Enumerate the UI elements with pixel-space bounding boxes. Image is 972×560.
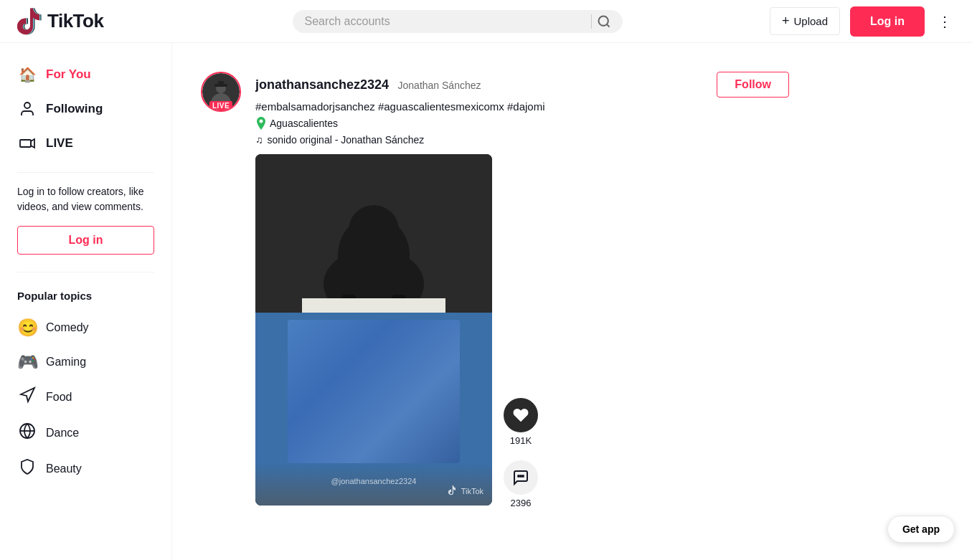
blue-towel [288, 320, 460, 463]
topic-beauty-label: Beauty [46, 462, 82, 475]
topics-divider [17, 272, 154, 272]
upload-label: Upload [793, 15, 828, 27]
video-displayname: Jonathan Sánchez [398, 80, 481, 91]
follow-button[interactable]: Follow [717, 72, 789, 98]
home-icon: 🏠 [17, 65, 37, 85]
topic-dance-label: Dance [46, 427, 79, 440]
video-handle-watermark: @jonathansanchez2324 [331, 477, 417, 485]
music-icon: ♫ [255, 134, 263, 146]
nav-divider [17, 172, 154, 173]
video-username[interactable]: jonathansanchez2324 [255, 77, 389, 92]
upload-button[interactable]: + Upload [770, 7, 840, 35]
video-meta-row: jonathansanchez2324 Jonathan Sánchez Fol… [255, 72, 789, 98]
author-avatar[interactable]: LIVE [201, 72, 241, 112]
animal-silhouette [302, 184, 445, 313]
watermark-tiktok-icon [447, 485, 458, 497]
search-input[interactable] [304, 15, 585, 28]
svg-line-1 [607, 24, 610, 27]
popular-topics-label: Popular topics [0, 284, 171, 308]
video-watermark: TikTok [447, 485, 483, 497]
search-bar [293, 10, 623, 33]
like-button[interactable]: 191K [504, 398, 538, 446]
location-text: Aguascalientes [270, 118, 338, 129]
get-app-button[interactable]: Get app [887, 516, 955, 537]
search-divider [591, 14, 592, 29]
topic-comedy[interactable]: 😊 Comedy [0, 310, 171, 345]
page-layout: 🏠 For You Following [0, 43, 972, 537]
header-actions: + Upload Log in ⋮ [770, 7, 955, 35]
like-icon-circle [504, 398, 538, 432]
svg-rect-10 [218, 81, 224, 85]
topic-beauty[interactable]: Beauty [0, 451, 171, 487]
watermark-text: TikTok [461, 487, 483, 495]
svg-rect-16 [302, 298, 445, 313]
action-buttons: 191K 2396 [504, 154, 538, 508]
search-icon [597, 14, 611, 29]
live-icon [17, 133, 37, 153]
login-button[interactable]: Log in [851, 8, 923, 35]
topic-comedy-label: Comedy [46, 321, 89, 334]
header: TikTok + Upload Log in ⋮ [0, 0, 972, 43]
video-info: jonathansanchez2324 Jonathan Sánchez Fol… [255, 72, 789, 508]
sidebar-item-following[interactable]: Following [0, 92, 171, 126]
following-icon [17, 99, 37, 119]
tiktok-logo-icon [17, 8, 42, 35]
svg-point-19 [522, 475, 524, 477]
video-thumbnail[interactable]: TikTok @jonathansanchez2324 [255, 154, 492, 506]
svg-point-18 [520, 475, 522, 477]
svg-point-0 [599, 16, 608, 25]
heart-icon [512, 407, 529, 424]
comment-icon [512, 469, 529, 486]
topic-dance[interactable]: Dance [0, 415, 171, 451]
svg-point-13 [349, 205, 399, 255]
sidebar-item-live[interactable]: LIVE [0, 126, 171, 161]
sidebar-login-button[interactable]: Log in [17, 226, 154, 255]
sidebar-item-for-you[interactable]: 🏠 For You [0, 57, 171, 92]
video-sound: ♫ sonido original - Jonathan Sánchez [255, 134, 789, 146]
topic-gaming-label: Gaming [46, 356, 86, 369]
svg-rect-3 [20, 140, 31, 147]
plus-icon: + [782, 14, 790, 29]
logo-text: TikTok [47, 10, 103, 32]
topic-food[interactable]: Food [0, 379, 171, 415]
location-icon [255, 117, 267, 130]
video-tags: #embalsamadorjsanchez #aguascalientesmex… [255, 100, 789, 113]
comment-icon-circle [504, 460, 538, 495]
logo-area: TikTok [17, 8, 146, 35]
dance-icon [17, 422, 37, 444]
svg-marker-4 [31, 139, 34, 148]
sidebar-item-label-live: LIVE [46, 136, 73, 151]
topic-food-label: Food [46, 391, 72, 404]
comedy-icon: 😊 [17, 318, 37, 338]
comment-button[interactable]: 2396 [504, 460, 538, 508]
gaming-icon: 🎮 [17, 352, 37, 372]
video-card: LIVE jonathansanchez2324 Jonathan Sánche… [201, 57, 789, 523]
beauty-icon [17, 458, 37, 480]
sidebar-nav: 🏠 For You Following [0, 57, 171, 161]
more-options-button[interactable]: ⋮ [935, 10, 955, 33]
comment-count: 2396 [511, 498, 532, 508]
video-location: Aguascalientes [255, 117, 789, 130]
like-count: 191K [510, 435, 532, 446]
food-icon [17, 386, 37, 408]
sound-text: sonido original - Jonathan Sánchez [268, 134, 425, 146]
search-area [146, 10, 770, 33]
video-player-row: TikTok @jonathansanchez2324 191 [255, 154, 789, 508]
main-content: LIVE jonathansanchez2324 Jonathan Sánche… [172, 43, 818, 537]
topic-gaming[interactable]: 🎮 Gaming [0, 345, 171, 379]
search-button[interactable] [597, 14, 611, 29]
svg-point-17 [518, 475, 519, 477]
video-top [255, 154, 492, 313]
login-prompt: Log in to follow creators, like videos, … [0, 184, 171, 214]
live-badge: LIVE [209, 101, 232, 110]
sidebar-item-label-following: Following [46, 102, 103, 116]
author-info: jonathansanchez2324 Jonathan Sánchez [255, 77, 481, 92]
svg-point-2 [24, 103, 30, 108]
sidebar-item-label-for-you: For You [46, 67, 91, 82]
sidebar: 🏠 For You Following [0, 43, 172, 537]
